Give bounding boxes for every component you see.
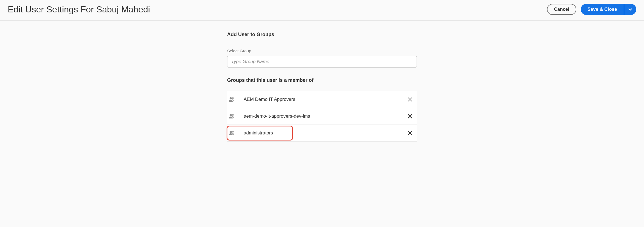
group-icon xyxy=(227,130,244,136)
svg-point-4 xyxy=(230,131,232,133)
close-icon xyxy=(408,114,412,119)
page-title: Edit User Settings For Sabuj Mahedi xyxy=(8,4,150,15)
group-icon xyxy=(227,96,244,103)
close-icon xyxy=(408,131,412,136)
group-name-label: AEM Demo IT Approvers xyxy=(244,97,403,102)
form-area: Add User to Groups Select Group Groups t… xyxy=(227,32,417,142)
remove-group-button[interactable] xyxy=(403,114,417,119)
group-row[interactable]: administrators xyxy=(227,125,417,142)
main-content: Add User to Groups Select Group Groups t… xyxy=(0,21,644,142)
chevron-down-icon xyxy=(628,7,632,12)
svg-point-2 xyxy=(230,114,232,116)
save-dropdown-button[interactable] xyxy=(624,4,636,15)
cancel-button[interactable]: Cancel xyxy=(547,4,577,15)
header-actions: Cancel Save & Close xyxy=(547,4,636,15)
save-close-button[interactable]: Save & Close xyxy=(581,4,624,15)
close-icon xyxy=(408,97,412,102)
group-name-input[interactable] xyxy=(227,56,417,67)
group-row[interactable]: AEM Demo IT Approvers xyxy=(227,91,417,108)
save-button-group: Save & Close xyxy=(581,4,636,15)
page-header: Edit User Settings For Sabuj Mahedi Canc… xyxy=(0,0,644,21)
remove-group-button[interactable] xyxy=(403,97,417,102)
svg-point-5 xyxy=(232,131,234,133)
remove-group-button[interactable] xyxy=(403,131,417,136)
svg-point-3 xyxy=(232,114,234,116)
member-of-heading: Groups that this user is a member of xyxy=(227,77,417,83)
group-row[interactable]: aem-demo-it-approvers-dev-ims xyxy=(227,108,417,125)
group-name-label: aem-demo-it-approvers-dev-ims xyxy=(244,114,403,119)
svg-point-0 xyxy=(230,97,232,99)
select-group-label: Select Group xyxy=(227,48,417,53)
group-name-label: administrators xyxy=(244,130,403,136)
add-user-to-groups-heading: Add User to Groups xyxy=(227,32,417,37)
group-list: AEM Demo IT Approvers aem-demo-it-approv… xyxy=(227,91,417,142)
group-icon xyxy=(227,113,244,120)
svg-point-1 xyxy=(232,97,234,99)
